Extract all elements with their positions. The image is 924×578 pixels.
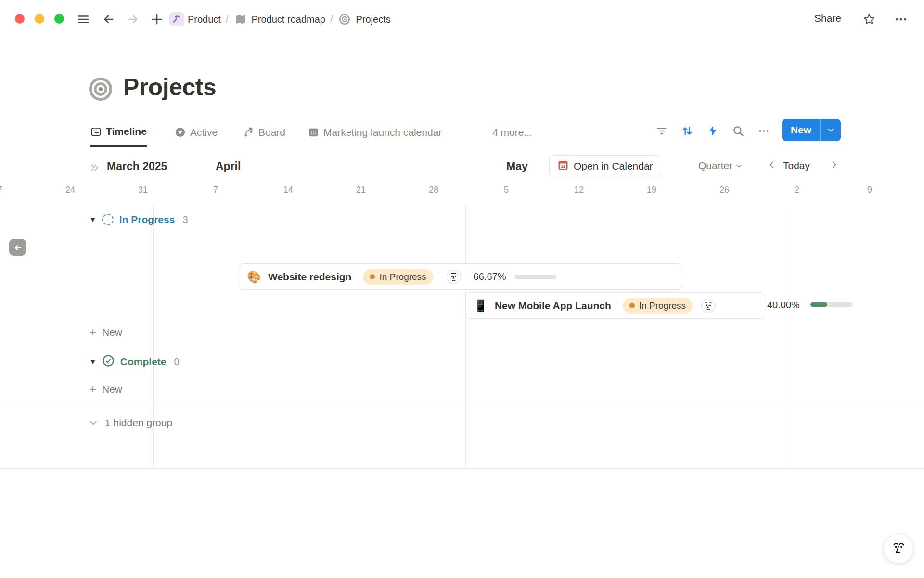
add-new-item-button[interactable]: + New (90, 382, 122, 396)
new-item-label: New (102, 327, 122, 338)
section-divider (0, 401, 924, 401)
back-icon[interactable] (100, 11, 117, 28)
plus-icon: + (90, 326, 96, 339)
palette-emoji-icon: 🎨 (247, 270, 261, 284)
sort-icon[interactable] (678, 121, 697, 141)
group-header-complete[interactable]: ▼ Complete 0 (90, 355, 180, 369)
board-flow-icon (243, 127, 254, 138)
status-badge: In Progress (623, 298, 693, 314)
breadcrumb-item-product[interactable]: Product (188, 14, 221, 25)
favorite-star-icon[interactable] (860, 10, 879, 29)
new-button-label[interactable]: New (782, 124, 820, 136)
tab-label: 4 more... (492, 127, 532, 138)
traffic-light-close[interactable] (15, 14, 25, 24)
new-button[interactable]: New (782, 119, 841, 141)
map-icon (233, 12, 248, 26)
calendar-grid-icon (308, 127, 319, 138)
month-gridline-may (465, 205, 466, 468)
breadcrumb: Product / Product roadmap / Projects (169, 9, 391, 30)
more-ellipsis-icon[interactable] (891, 10, 911, 29)
scroll-left-button[interactable] (9, 239, 26, 256)
month-gridline-june (788, 205, 788, 468)
progress-bar (810, 302, 853, 307)
breadcrumb-separator: / (330, 14, 333, 25)
assignee-avatar (701, 299, 716, 313)
group-header-in-progress[interactable]: ▼ In Progress 3 (90, 214, 188, 225)
open-in-calendar-label: Open in Calendar (574, 160, 653, 172)
breadcrumb-separator: / (226, 14, 229, 25)
group-name: In Progress (119, 214, 175, 225)
sidebar-menu-icon[interactable] (75, 11, 92, 28)
tab-board[interactable]: Board (243, 118, 285, 147)
notion-ai-button[interactable] (884, 534, 913, 564)
hidden-group-toggle[interactable]: 1 hidden group (89, 417, 172, 429)
timeline-next-icon[interactable] (829, 159, 839, 173)
card-title: New Mobile App Launch (495, 300, 611, 312)
new-dropdown-chevron-icon[interactable] (821, 119, 841, 141)
tab-more-views[interactable]: 4 more... (492, 118, 532, 147)
timeline-body: ▼ In Progress 3 🎨 Website redesign In Pr… (0, 205, 924, 469)
month-label-march: March 2025 (107, 160, 167, 173)
filter-icon[interactable] (652, 121, 671, 141)
tab-marketing-launch-calendar[interactable]: Marketing launch calendar (308, 118, 442, 147)
timeline-zoom-select[interactable]: Quarter (698, 160, 743, 171)
breadcrumb-item-roadmap[interactable]: Product roadmap (252, 14, 325, 25)
hammer-icon (169, 12, 184, 26)
lightning-icon[interactable] (703, 121, 722, 141)
month-label-may: May (506, 160, 528, 173)
date-tick: 31 (128, 185, 157, 195)
search-icon[interactable] (729, 121, 748, 141)
group-count: 0 (174, 356, 180, 368)
new-item-label: New (102, 383, 122, 395)
add-new-item-button[interactable]: + New (90, 326, 122, 339)
share-button[interactable]: Share (814, 13, 841, 24)
progress-bar (514, 275, 556, 279)
date-tick: 28 (419, 185, 448, 195)
page-target-icon[interactable] (88, 76, 114, 104)
tab-label: Timeline (106, 126, 147, 137)
group-count: 3 (182, 214, 188, 225)
mobile-phone-emoji-icon: 📱 (474, 299, 488, 313)
timeline-prev-icon[interactable] (767, 159, 777, 173)
tab-label: Active (190, 127, 218, 138)
tab-timeline[interactable]: Timeline (90, 118, 147, 147)
date-tick: 12 (565, 185, 593, 195)
card-title: Website redesign (268, 271, 352, 283)
status-dot-icon (370, 274, 375, 279)
date-tick: 14 (274, 185, 303, 195)
forward-icon[interactable] (124, 11, 141, 28)
chevron-down-icon (89, 418, 98, 428)
date-tick: 9 (855, 185, 884, 195)
traffic-light-minimize[interactable] (35, 14, 44, 24)
new-page-plus-icon[interactable] (148, 11, 166, 28)
today-button[interactable]: Today (783, 160, 810, 171)
status-badge: In Progress (363, 269, 433, 285)
date-tick: 7 (0, 185, 14, 195)
date-tick: 21 (346, 185, 375, 195)
timeline-card-new-mobile-app-launch[interactable]: 📱 New Mobile App Launch In Progress (465, 292, 765, 319)
page-title: Projects (123, 73, 216, 101)
window-titlebar: Product / Product roadmap / Projects Sha… (0, 0, 924, 39)
traffic-light-zoom[interactable] (54, 14, 64, 24)
svg-text:11: 11 (561, 164, 565, 169)
tab-active[interactable]: Active (175, 118, 218, 147)
ai-face-icon (889, 539, 908, 558)
group-name: Complete (120, 356, 167, 368)
tab-label: Marketing launch calendar (323, 127, 442, 138)
status-label: In Progress (379, 272, 426, 282)
timeline-card-website-redesign[interactable]: 🎨 Website redesign In Progress 66.67% (239, 263, 682, 290)
view-options-ellipsis-icon[interactable] (754, 121, 773, 141)
double-chevron-icon[interactable] (89, 162, 100, 175)
collapse-triangle-icon[interactable]: ▼ (90, 216, 96, 223)
month-gridline-april (153, 205, 154, 468)
open-in-calendar-button[interactable]: 11 Open in Calendar (549, 155, 661, 177)
zoom-level-label: Quarter (698, 160, 732, 171)
in-progress-dashed-circle-icon (102, 214, 114, 225)
breadcrumb-item-projects[interactable]: Projects (356, 14, 390, 25)
collapse-triangle-icon[interactable]: ▼ (90, 358, 96, 366)
arrow-left-icon (13, 243, 23, 252)
date-tick: 2 (783, 185, 811, 195)
plus-icon: + (90, 382, 96, 396)
status-label: In Progress (639, 301, 686, 311)
target-icon (337, 12, 352, 26)
